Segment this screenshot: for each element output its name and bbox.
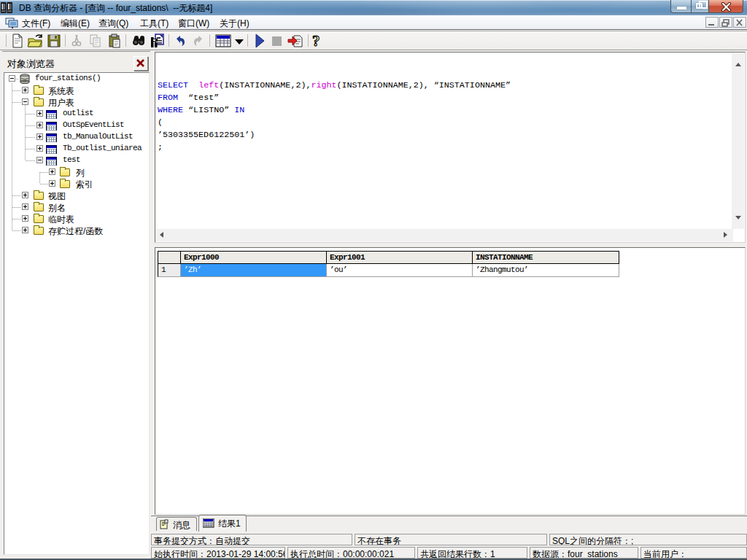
svg-text:?: ?	[312, 33, 320, 49]
